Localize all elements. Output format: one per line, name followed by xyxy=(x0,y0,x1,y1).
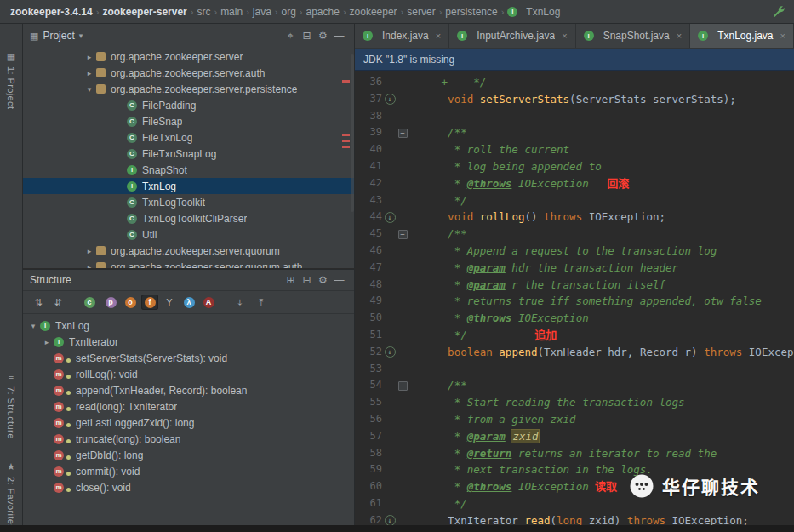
sort-by-name-icon[interactable]: ⇅ xyxy=(30,295,47,310)
show-lambdas-icon[interactable]: λ xyxy=(180,295,197,310)
panel-title[interactable]: Project xyxy=(43,30,74,42)
breadcrumb-item[interactable]: zookeeper-3.4.14 xyxy=(9,6,94,18)
override-marker-icon[interactable]: ↓ xyxy=(385,515,396,525)
project-tree-item[interactable]: CTxnLogToolkit xyxy=(23,194,354,210)
project-tree-item[interactable]: CUtil xyxy=(23,226,354,243)
project-tree-item[interactable]: ▸org.apache.zookeeper.server.quorum xyxy=(23,243,354,259)
breadcrumb-item[interactable]: zookeeper xyxy=(348,6,399,18)
structure-tree-item[interactable]: mgetDbId(): long xyxy=(23,447,354,463)
structure-tree-item[interactable]: mrollLog(): void xyxy=(23,366,354,382)
breadcrumb-item[interactable]: apache xyxy=(305,6,341,18)
breadcrumb-item[interactable]: zookeeper-server xyxy=(100,6,188,18)
close-icon[interactable]: × xyxy=(562,31,567,41)
chevron-right-icon[interactable]: ▸ xyxy=(83,53,96,61)
project-tree-item[interactable]: ▸org.apache.zookeeper.server.auth xyxy=(23,65,354,81)
editor-tab[interactable]: ITxnLog.java× xyxy=(690,24,794,48)
code-text[interactable]: * Start reading the transaction logs xyxy=(408,394,794,411)
autoscroll-from-source-icon[interactable]: ⤒ xyxy=(253,295,270,310)
code-text[interactable]: /** xyxy=(408,124,794,141)
project-tree-item[interactable]: CFilePadding xyxy=(23,97,354,113)
code-text[interactable]: * Append a request to the transaction lo… xyxy=(408,243,794,260)
fold-icon[interactable]: − xyxy=(398,230,408,239)
structure-tree-item[interactable]: ▾ITxnLog xyxy=(23,317,354,334)
code-text[interactable]: * @param zxid xyxy=(408,428,794,445)
panel-title[interactable]: Structure xyxy=(30,274,71,286)
chevron-down-icon[interactable]: ▾ xyxy=(79,31,83,40)
close-icon[interactable]: × xyxy=(780,31,785,41)
code-text[interactable]: */ xyxy=(408,192,794,209)
code-text[interactable]: void rollLog() throws IOException; xyxy=(408,209,794,226)
chevron-down-icon[interactable]: ▾ xyxy=(26,322,40,330)
code-text[interactable]: * @return returns an iterator to read th… xyxy=(408,445,794,462)
code-text[interactable]: */ 追加 xyxy=(408,327,794,344)
locate-icon[interactable]: ⌖ xyxy=(283,30,299,42)
project-tree-item[interactable]: ▾org.apache.zookeeper.server.persistence xyxy=(23,81,354,97)
chevron-right-icon[interactable]: ▸ xyxy=(83,69,96,77)
code-text[interactable]: * returns true iff something appended, o… xyxy=(408,293,794,310)
structure-tree-item[interactable]: msetServerStats(ServerStats): void xyxy=(23,350,354,366)
show-properties-icon[interactable]: p xyxy=(102,295,119,310)
show-constructors-icon[interactable]: c xyxy=(79,295,100,310)
show-anonymous-icon[interactable]: A xyxy=(200,295,217,310)
breadcrumb-item[interactable]: src xyxy=(195,6,212,18)
structure-tree-item[interactable]: mcommit(): void xyxy=(23,463,354,479)
code-text[interactable]: * @param r the transaction itself xyxy=(408,277,794,294)
autoscroll-to-source-icon[interactable]: ⤓ xyxy=(230,295,250,310)
code-text[interactable]: /** xyxy=(408,377,794,394)
filter-icon[interactable]: Y xyxy=(161,295,178,310)
breadcrumb-item[interactable]: persistence xyxy=(443,6,499,18)
editor-tab[interactable]: IInputArchive.java× xyxy=(449,24,576,48)
editor-tab[interactable]: IIndex.java× xyxy=(355,24,449,48)
breadcrumb-item[interactable]: main xyxy=(219,6,244,18)
code-text[interactable]: TxnIterator read(long zxid) throws IOExc… xyxy=(408,512,794,525)
project-scrollbar[interactable] xyxy=(351,54,354,212)
error-stripe-mark[interactable] xyxy=(342,134,350,136)
editor-tab[interactable]: ISnapShot.java× xyxy=(576,24,691,48)
code-text[interactable]: * log being appended to xyxy=(408,158,794,175)
project-tree-item[interactable]: ISnapShot xyxy=(23,162,354,178)
chevron-right-icon[interactable]: ▸ xyxy=(83,247,96,255)
code-text[interactable]: * from a given zxid xyxy=(408,411,794,428)
breadcrumb-item[interactable]: org xyxy=(280,6,298,18)
error-stripe-mark[interactable] xyxy=(342,140,350,142)
close-icon[interactable]: × xyxy=(677,31,682,41)
show-fields-icon[interactable]: f xyxy=(141,295,158,310)
project-tree-item[interactable]: ▸org.apache.zookeeper.server.quorum.auth xyxy=(23,259,354,268)
project-tree-item[interactable]: CTxnLogToolkitCliParser xyxy=(23,210,354,226)
override-marker-icon[interactable]: ↓ xyxy=(385,94,396,105)
breadcrumb-item[interactable]: java xyxy=(251,6,273,18)
collapse-all-icon[interactable]: ⊟ xyxy=(299,30,315,42)
wrench-icon[interactable] xyxy=(772,5,785,19)
show-inherited-icon[interactable]: o xyxy=(122,295,139,310)
stripe-tab[interactable]: ★2: Favorites xyxy=(1,461,21,529)
project-tree-item[interactable]: ▸org.apache.zookeeper.server xyxy=(23,49,354,65)
project-tree-item[interactable]: CFileTxnLog xyxy=(23,129,354,146)
project-tree-item[interactable]: CFileTxnSnapLog xyxy=(23,146,354,162)
collapse-all-icon[interactable]: ⊟ xyxy=(299,274,315,286)
structure-tree-item[interactable]: mgetLastLoggedZxid(): long xyxy=(23,415,354,431)
code-text[interactable]: + */ xyxy=(408,74,794,91)
hide-icon[interactable]: — xyxy=(331,274,347,286)
structure-tree-item[interactable]: mread(long): TxnIterator xyxy=(23,398,354,415)
breadcrumb-item[interactable]: server xyxy=(405,6,437,18)
structure-tree-item[interactable]: mclose(): void xyxy=(23,479,354,495)
chevron-down-icon[interactable]: ▾ xyxy=(83,85,96,94)
sort-by-visibility-icon[interactable]: ⇵ xyxy=(49,295,66,310)
fold-icon[interactable]: − xyxy=(398,381,408,391)
structure-tree-item[interactable]: mappend(TxnHeader, Record): boolean xyxy=(23,382,354,398)
chevron-right-icon[interactable]: ▸ xyxy=(83,263,96,269)
override-marker-icon[interactable]: ↓ xyxy=(385,346,396,358)
stripe-tab[interactable]: ▦1: Project xyxy=(1,51,21,109)
code-text[interactable]: boolean append(TxnHeader hdr, Record r) … xyxy=(408,344,794,361)
structure-tree-item[interactable]: ▸ITxnIterator xyxy=(23,334,354,350)
code-text[interactable]: * @param hdr the transaction header xyxy=(408,260,794,277)
structure-tree-item[interactable]: mtruncate(long): boolean xyxy=(23,431,354,447)
fold-icon[interactable]: − xyxy=(398,129,408,138)
expand-all-icon[interactable]: ⊞ xyxy=(283,274,299,286)
error-stripe-mark[interactable] xyxy=(342,146,350,148)
error-stripe-mark[interactable] xyxy=(342,80,350,83)
close-icon[interactable]: × xyxy=(436,31,441,41)
stripe-tab[interactable]: ≡7: Structure xyxy=(1,371,21,439)
code-text[interactable]: void setServerStats(ServerStats serverSt… xyxy=(408,91,794,108)
settings-icon[interactable]: ⚙ xyxy=(315,30,331,42)
